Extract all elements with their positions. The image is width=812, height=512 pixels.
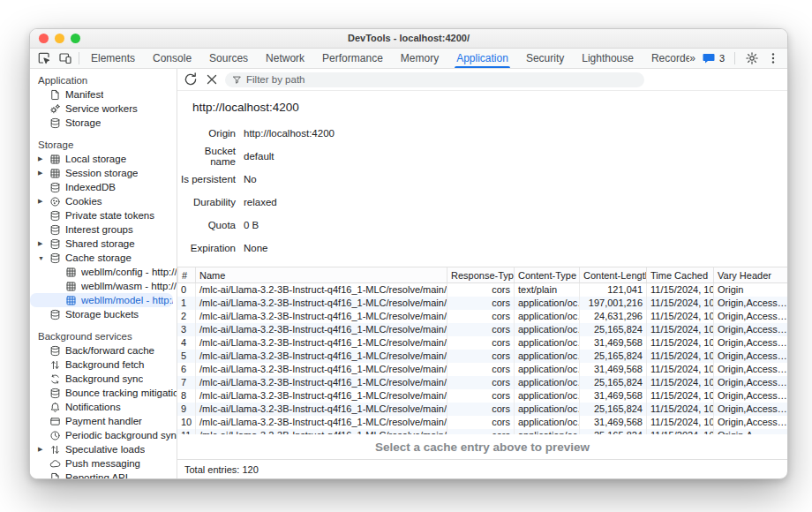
- table-row[interactable]: 10/mlc-ai/Llama-3.2-3B-Instruct-q4f16_1-…: [177, 416, 787, 429]
- sidebar-item-notifications[interactable]: Notifications: [30, 400, 177, 414]
- sidebar-item-speculative-loads[interactable]: ▶Speculative loads: [30, 442, 177, 456]
- cell-: 9: [177, 403, 195, 416]
- tab-application[interactable]: Application: [447, 49, 517, 68]
- service-workers-icon: [49, 102, 61, 115]
- sidebar-item-service-workers[interactable]: Service workers: [30, 102, 177, 116]
- table-row[interactable]: 0/mlc-ai/Llama-3.2-3B-Instruct-q4f16_1-M…: [177, 283, 787, 297]
- more-tabs-button[interactable]: »: [689, 52, 695, 64]
- table-row[interactable]: 5/mlc-ai/Llama-3.2-3B-Instruct-q4f16_1-M…: [177, 350, 787, 363]
- tab-memory[interactable]: Memory: [392, 49, 447, 68]
- table-row[interactable]: 7/mlc-ai/Llama-3.2-3B-Instruct-q4f16_1-M…: [177, 376, 787, 389]
- filter-input[interactable]: Filter by path: [225, 72, 644, 87]
- sidebar-item-label: Private state tokens: [65, 210, 154, 221]
- tab-performance[interactable]: Performance: [313, 49, 392, 68]
- cell-time-cached: 11/15/2024, 10…: [646, 283, 713, 297]
- tab-recorder[interactable]: Recorder: [643, 49, 689, 68]
- cell-content-type: application/oc…: [514, 323, 579, 336]
- database-icon: [49, 308, 61, 320]
- arrows-up-down-icon: [49, 443, 61, 456]
- refresh-icon[interactable]: [183, 72, 199, 87]
- cell-: 5: [177, 350, 195, 363]
- table-row[interactable]: 6/mlc-ai/Llama-3.2-3B-Instruct-q4f16_1-M…: [177, 363, 787, 376]
- sidebar-item-back-forward-cache[interactable]: Back/forward cache: [30, 343, 177, 358]
- chevron-right-icon[interactable]: ▶: [38, 446, 49, 453]
- cell-time-cached: 11/15/2024, 10…: [646, 403, 713, 416]
- sidebar-item-interest-groups[interactable]: Interest groups: [30, 222, 177, 237]
- cell-content-type: text/plain: [514, 283, 579, 297]
- sidebar-item-shared-storage[interactable]: ▶Shared storage: [30, 237, 177, 251]
- sidebar-item-background-fetch[interactable]: Background fetch: [30, 358, 177, 372]
- cell-response-type: cors: [447, 389, 514, 403]
- tab-label: Memory: [401, 52, 439, 64]
- database-icon: [49, 117, 61, 129]
- table-row[interactable]: 4/mlc-ai/Llama-3.2-3B-Instruct-q4f16_1-M…: [177, 336, 787, 350]
- cell-vary-header: Origin: [713, 283, 787, 297]
- tab-lighthouse[interactable]: Lighthouse: [573, 49, 643, 68]
- chevron-down-icon[interactable]: ▼: [38, 255, 49, 261]
- sidebar-item-webllm-model-http-loc[interactable]: webllm/model - http://loc…: [30, 293, 173, 307]
- cell-name: /mlc-ai/Llama-3.2-3B-Instruct-q4f16_1-ML…: [195, 336, 447, 350]
- sidebar-item-storage-buckets[interactable]: Storage buckets: [30, 307, 177, 321]
- bell-icon: [49, 401, 61, 413]
- filter-placeholder: Filter by path: [246, 74, 304, 85]
- chevron-right-icon[interactable]: ▶: [38, 155, 49, 162]
- table-row[interactable]: 9/mlc-ai/Llama-3.2-3B-Instruct-q4f16_1-M…: [177, 403, 787, 416]
- column-header-content-length[interactable]: Content-Length: [579, 267, 646, 282]
- cache-metadata: Originhttp://localhost:4200Bucket namede…: [177, 117, 787, 267]
- sidebar-item-periodic-background-sync[interactable]: Periodic background sync: [30, 428, 177, 442]
- cell-name: /mlc-ai/Llama-3.2-3B-Instruct-q4f16_1-ML…: [195, 376, 447, 389]
- sidebar-item-bounce-tracking-mitigations[interactable]: Bounce tracking mitigations: [30, 386, 177, 400]
- cookie-icon: [49, 195, 61, 207]
- chevron-right-icon[interactable]: ▶: [38, 169, 49, 177]
- table-row[interactable]: 3/mlc-ai/Llama-3.2-3B-Instruct-q4f16_1-M…: [177, 323, 787, 336]
- inspect-element-icon[interactable]: [37, 51, 51, 65]
- sidebar-item-cache-storage[interactable]: ▼Cache storage: [30, 251, 177, 265]
- sidebar-section-application: Application: [30, 73, 177, 87]
- sidebar-item-manifest[interactable]: Manifest: [30, 87, 177, 102]
- table-row[interactable]: 8/mlc-ai/Llama-3.2-3B-Instruct-q4f16_1-M…: [177, 389, 787, 403]
- sidebar-item-private-state-tokens[interactable]: Private state tokens: [30, 208, 177, 222]
- sidebar-item-label: Background fetch: [65, 359, 145, 370]
- sidebar-item-storage[interactable]: Storage: [30, 116, 177, 130]
- table-icon: [64, 266, 77, 278]
- table-icon: [49, 167, 61, 179]
- tab-label: Security: [526, 52, 564, 64]
- sidebar-item-session-storage[interactable]: ▶Session storage: [30, 166, 177, 180]
- chevron-right-icon[interactable]: ▶: [38, 240, 49, 247]
- document-icon: [49, 88, 61, 101]
- chevron-right-icon[interactable]: ▶: [38, 198, 49, 205]
- sidebar-item-push-messaging[interactable]: Push messaging: [30, 456, 177, 471]
- sidebar-item-webllm-config-http-loc[interactable]: webllm/config - http://loc…: [30, 265, 177, 279]
- sidebar-item-background-sync[interactable]: Background sync: [30, 372, 177, 386]
- column-header-[interactable]: #: [177, 267, 195, 282]
- issues-counter[interactable]: 3: [702, 51, 725, 65]
- table-icon: [49, 153, 61, 165]
- sidebar-item-webllm-wasm-http-loca[interactable]: webllm/wasm - http://loca…: [30, 279, 177, 293]
- sidebar-item-payment-handler[interactable]: Payment handler: [30, 414, 177, 428]
- kebab-menu-icon[interactable]: [766, 51, 780, 65]
- tab-network[interactable]: Network: [257, 49, 313, 68]
- sidebar-item-reporting-api[interactable]: Reporting API: [30, 471, 177, 478]
- sidebar-item-indexeddb[interactable]: IndexedDB: [30, 180, 177, 194]
- column-header-response-type[interactable]: Response-Type: [447, 267, 514, 282]
- column-header-vary-header[interactable]: Vary Header: [713, 267, 787, 282]
- column-header-time-cached[interactable]: Time Cached: [646, 267, 713, 282]
- tab-security[interactable]: Security: [517, 49, 573, 68]
- sidebar-item-local-storage[interactable]: ▶Local storage: [30, 152, 177, 166]
- cell-content-length: 31,469,568: [579, 363, 646, 376]
- cell-name: /mlc-ai/Llama-3.2-3B-Instruct-q4f16_1-ML…: [195, 283, 447, 297]
- column-header-name[interactable]: Name: [195, 267, 447, 282]
- sidebar-item-cookies[interactable]: ▶Cookies: [30, 194, 177, 208]
- tab-console[interactable]: Console: [144, 49, 200, 68]
- tab-sources[interactable]: Sources: [200, 49, 257, 68]
- device-toolbar-icon[interactable]: [58, 51, 72, 65]
- column-header-content-type[interactable]: Content-Type: [514, 267, 579, 282]
- sidebar-item-label: Back/forward cache: [65, 345, 154, 356]
- cell-vary-header: Origin,Access…: [713, 403, 787, 416]
- settings-gear-icon[interactable]: [745, 51, 759, 65]
- table-row[interactable]: 2/mlc-ai/Llama-3.2-3B-Instruct-q4f16_1-M…: [177, 310, 787, 323]
- clear-icon[interactable]: [204, 72, 220, 87]
- table-row[interactable]: 1/mlc-ai/Llama-3.2-3B-Instruct-q4f16_1-M…: [177, 297, 787, 310]
- tab-elements[interactable]: Elements: [82, 49, 144, 68]
- sidebar-item-label: Background sync: [65, 373, 143, 384]
